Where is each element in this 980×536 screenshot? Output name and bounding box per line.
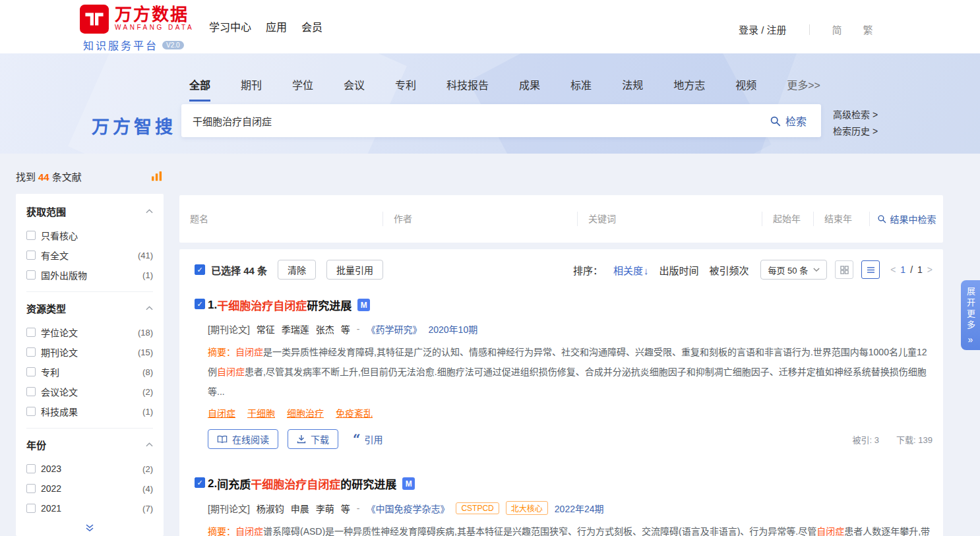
tab-standard[interactable]: 标准 [570,76,592,102]
filter-label: 科技成果 [41,405,78,418]
search-in-results-button[interactable]: 结果中检索 [869,212,943,226]
journal-link[interactable]: 《中国免疫学杂志》 [366,502,449,515]
tab-conference[interactable]: 会议 [344,76,365,102]
tab-regulation[interactable]: 法规 [622,76,643,102]
tab-achievement[interactable]: 成果 [519,76,540,102]
author-link[interactable]: 张杰 [316,322,334,336]
filter-label: 会议论文 [41,385,78,398]
section-header-resource-type[interactable]: 资源类型 [26,293,153,322]
filter-option-degree-thesis[interactable]: 学位论文 (18) [26,322,153,342]
checkbox[interactable] [26,367,36,376]
filter-option-year-2021[interactable]: 2021 (7) [26,498,153,518]
tab-local-chronicle[interactable]: 地方志 [673,76,705,102]
sort-option-label: 相关度 [613,265,643,276]
filter-option-fulltext[interactable]: 有全文 (41) [26,245,153,265]
logo[interactable]: 万方数据 WANFANG DATA 知识服务平台 V2.0 [79,4,194,53]
filter-option-year-2023[interactable]: 2023 (2) [26,459,153,479]
checkbox[interactable] [26,347,36,357]
nav-apps[interactable]: 应用 [266,18,287,34]
prev-page-button[interactable]: < [890,264,896,275]
filter-option-foreign[interactable]: 国外出版物 (1) [26,265,153,285]
stats-chart-icon[interactable] [151,171,164,182]
tab-all[interactable]: 全部 [189,76,210,102]
sort-publish-time[interactable]: 出版时间 [659,263,698,277]
keyword-field[interactable] [578,214,762,224]
card-view-button[interactable] [835,260,853,279]
checkbox[interactable] [26,270,36,280]
keyword-link[interactable]: 细胞治疗 [287,406,324,419]
author-link[interactable]: 季瑞莲 [282,322,309,336]
filter-option-journal-paper[interactable]: 期刊论文 (15) [26,342,153,362]
lang-simplified[interactable]: 简 [832,22,842,36]
abstract-segment: 患者,尽管其发病率不断上升,但目前仍无法治愈.细胞疗法可通过促进组织损伤修复、合… [208,367,927,397]
batch-cite-button[interactable]: 批量引用 [326,260,383,280]
list-view-button[interactable] [861,260,880,279]
checkbox[interactable] [26,464,36,473]
filter-option-year-2022[interactable]: 2022 (4) [26,479,153,498]
title-highlight: 干细胞治疗自闭症 [217,297,307,313]
read-online-button[interactable]: 在线阅读 [208,429,278,449]
start-year-field[interactable] [762,214,813,224]
keyword-link[interactable]: 自闭症 [208,406,235,419]
next-page-button[interactable]: > [927,264,933,275]
expand-more-tab[interactable]: 展开更多 » [961,280,980,350]
title-text: 研究进展 [307,297,352,313]
download-button[interactable]: 下载 [288,429,338,449]
lang-traditional[interactable]: 繁 [863,22,873,36]
expand-years-button[interactable] [26,518,153,536]
filter-option-core-only[interactable]: 只看核心 [26,225,153,245]
page-size-select[interactable]: 每页 50 条 [760,260,827,280]
tab-journal[interactable]: 期刊 [241,76,262,102]
logo-title: 万方数据 [115,5,194,24]
filter-option-conference-paper[interactable]: 会议论文 (2) [26,382,153,402]
checkbox[interactable] [26,387,36,396]
checkbox[interactable] [26,251,36,260]
summary-count: 44 [38,171,49,183]
sort-cited-frequency[interactable]: 被引频次 [709,263,749,277]
result-title[interactable]: 2.间充质干细胞治疗自闭症的研究进展 M [208,475,933,492]
issue-link[interactable]: 2022年24期 [555,502,604,515]
tab-patent[interactable]: 专利 [395,76,416,102]
results-panel: ✓ 已选择 44 条 清除 批量引用 排序： 相关度↓ 出版时间 被引频次 每页… [179,249,943,536]
clear-button[interactable]: 清除 [278,260,316,280]
section-header-scope[interactable]: 获取范围 [26,196,153,225]
filter-option-patent[interactable]: 专利 (8) [26,362,153,382]
cite-button[interactable]: “ 引用 [353,432,383,446]
checkbox[interactable] [26,328,36,337]
search-button[interactable]: 检索 [755,113,821,129]
sort-relevance[interactable]: 相关度↓ [613,263,649,277]
result-checkbox[interactable]: ✓ [195,477,205,488]
login-register-link[interactable]: 登录 / 注册 [739,22,787,36]
result-order: 1. [208,299,217,312]
nav-membership[interactable]: 会员 [301,18,322,34]
advanced-search-link[interactable]: 高级检索 > [833,107,878,123]
select-all-checkbox[interactable]: ✓ [195,264,205,275]
author-link[interactable]: 李萌 [316,502,334,515]
result-title[interactable]: 1.干细胞治疗自闭症研究进展 M [208,297,933,313]
section-header-year[interactable]: 年份 [26,430,153,459]
author-link[interactable]: 申晨 [291,502,309,515]
search-history-link[interactable]: 检索历史 > [833,123,878,140]
checkbox[interactable] [26,231,36,240]
title-field[interactable] [179,214,383,224]
checkbox[interactable] [26,504,36,513]
tab-more[interactable]: 更多>> [787,76,820,102]
author-field[interactable] [383,214,577,224]
checkbox[interactable] [26,407,36,416]
journal-link[interactable]: 《药学研究》 [366,322,421,336]
nav-learning-center[interactable]: 学习中心 [209,18,251,34]
search-icon [770,115,781,127]
keyword-link[interactable]: 干细胞 [247,406,275,419]
issue-link[interactable]: 2020年10期 [428,322,477,336]
tab-degree[interactable]: 学位 [292,76,313,102]
end-year-field[interactable] [814,214,869,224]
keyword-link[interactable]: 免疫紊乱 [336,406,373,419]
tab-video[interactable]: 视频 [735,76,756,102]
checkbox[interactable] [26,484,36,493]
filter-option-tech-achievement[interactable]: 科技成果 (1) [26,402,153,421]
author-link[interactable]: 常征 [257,322,275,336]
result-checkbox[interactable]: ✓ [195,299,205,309]
tab-tech-report[interactable]: 科技报告 [446,76,489,102]
search-input[interactable] [181,104,755,137]
author-link[interactable]: 杨淑钧 [257,502,284,515]
